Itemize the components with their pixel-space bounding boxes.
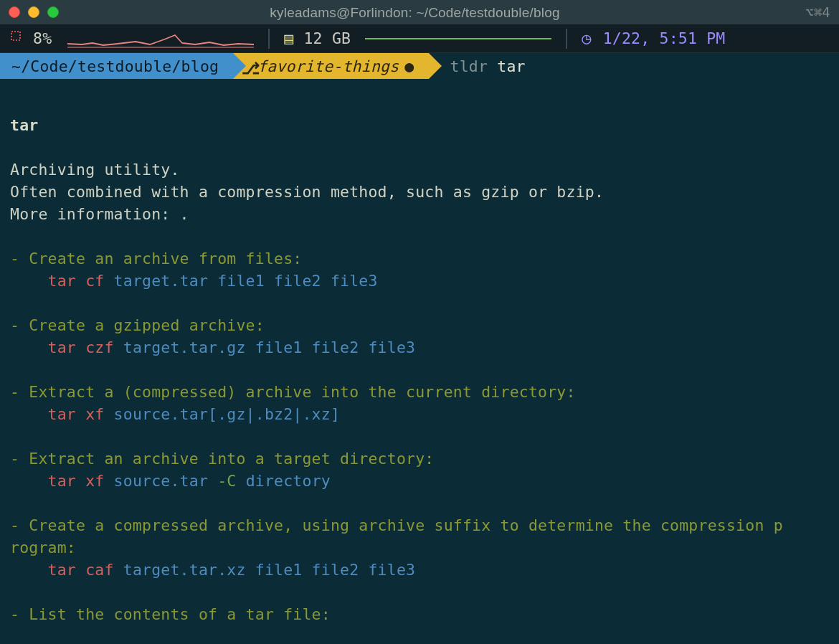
cpu-chip-icon <box>9 27 23 49</box>
prompt-branch-segment: ⎇ favorite-things ● <box>233 53 428 79</box>
status-bar: 8% ▤ 12 GB ◷ 1/22, 5:51 PM <box>0 24 839 53</box>
status-separator <box>566 29 567 49</box>
svg-rect-0 <box>11 32 20 40</box>
cpu-sparkline <box>67 29 254 48</box>
prompt-cwd-segment: ~/Code/testdouble/blog <box>0 53 233 79</box>
clock-value: 1/22, 5:51 PM <box>603 27 726 49</box>
close-icon[interactable] <box>9 6 20 18</box>
command-name: tldr <box>450 55 488 77</box>
key-chord-label: ⌥⌘4 <box>805 1 830 24</box>
clock-icon: ◷ <box>582 27 591 49</box>
window-titlebar: kyleadams@Forlindon: ~/Code/testdouble/b… <box>0 0 839 24</box>
ram-value: 12 GB <box>303 27 351 49</box>
ram-bar <box>365 35 551 42</box>
status-separator <box>268 29 270 49</box>
tldr-body: tar Archiving utility. Often combined wi… <box>10 114 829 625</box>
prompt-command[interactable]: tldr tar <box>429 53 526 79</box>
window-title: kyleadams@Forlindon: ~/Code/testdouble/b… <box>24 1 805 24</box>
terminal-output[interactable]: tar Archiving utility. Often combined wi… <box>0 79 839 644</box>
prompt-branch: favorite-things <box>257 55 399 77</box>
prompt-cwd: ~/Code/testdouble/blog <box>11 55 219 77</box>
ram-icon: ▤ <box>284 27 293 49</box>
cpu-percent: 8% <box>33 27 52 49</box>
command-arg: tar <box>497 55 525 77</box>
shell-prompt: ~/Code/testdouble/blog ⎇ favorite-things… <box>0 53 839 79</box>
git-dirty-icon: ● <box>404 55 414 77</box>
